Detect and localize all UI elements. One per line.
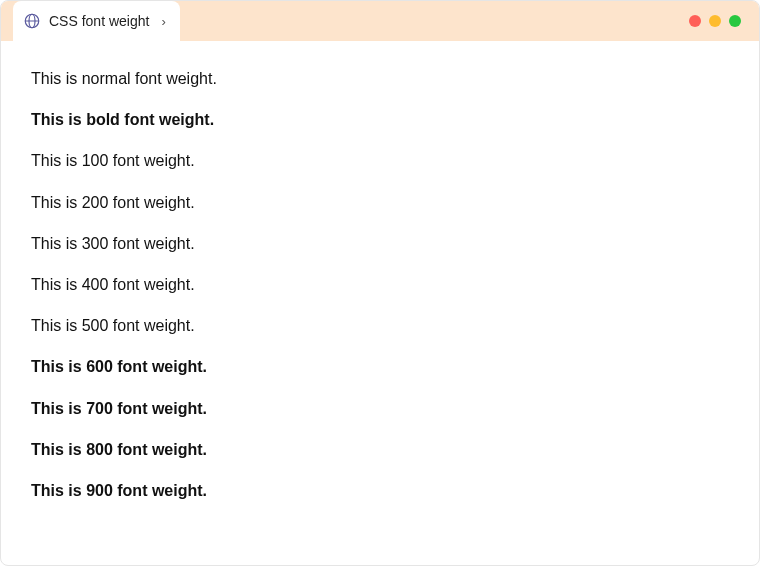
tab-title: CSS font weight	[49, 13, 149, 29]
text-200: This is 200 font weight.	[31, 193, 729, 212]
page-content: This is normal font weight. This is bold…	[1, 41, 759, 550]
text-800: This is 800 font weight.	[31, 440, 729, 459]
text-900: This is 900 font weight.	[31, 481, 729, 500]
window-controls	[689, 15, 741, 27]
text-400: This is 400 font weight.	[31, 275, 729, 294]
text-100: This is 100 font weight.	[31, 151, 729, 170]
close-button[interactable]	[689, 15, 701, 27]
text-700: This is 700 font weight.	[31, 399, 729, 418]
titlebar: CSS font weight ›	[1, 1, 759, 41]
text-bold: This is bold font weight.	[31, 110, 729, 129]
globe-icon	[23, 12, 41, 30]
text-300: This is 300 font weight.	[31, 234, 729, 253]
text-500: This is 500 font weight.	[31, 316, 729, 335]
chevron-right-icon: ›	[161, 14, 165, 29]
text-normal: This is normal font weight.	[31, 69, 729, 88]
minimize-button[interactable]	[709, 15, 721, 27]
browser-tab[interactable]: CSS font weight ›	[13, 1, 180, 41]
text-600: This is 600 font weight.	[31, 357, 729, 376]
maximize-button[interactable]	[729, 15, 741, 27]
